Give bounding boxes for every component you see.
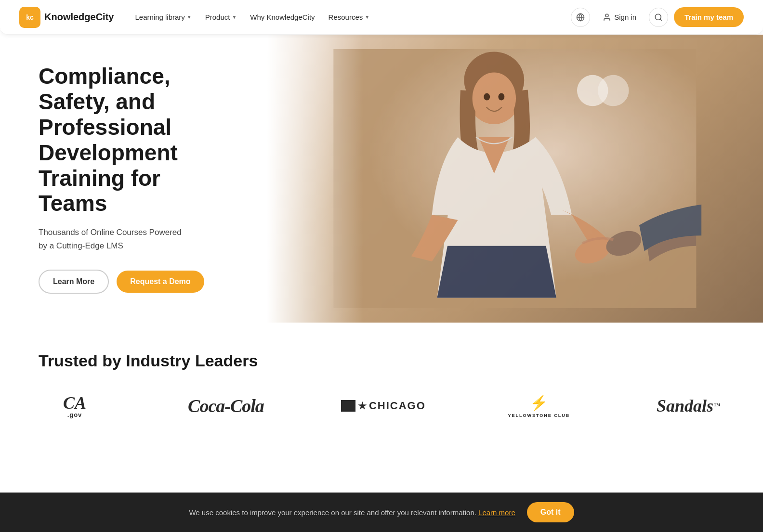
user-icon [603, 13, 611, 22]
svg-point-1 [605, 14, 608, 17]
hero-fade-overlay [267, 35, 363, 323]
nav-item-product[interactable]: Product ▼ [199, 9, 243, 25]
hero-buttons: Learn More Request a Demo [39, 270, 231, 294]
hero-illustration [316, 49, 713, 308]
svg-point-9 [484, 93, 490, 100]
train-my-team-button[interactable]: Train my team [674, 7, 744, 27]
brand-name: KnowledgeCity [44, 12, 114, 23]
logo-icon: kc [19, 7, 40, 28]
logo-link[interactable]: kc KnowledgeCity [19, 7, 114, 28]
search-icon [654, 13, 663, 22]
nav-item-why-knowledgecity[interactable]: Why KnowledgeCity [244, 9, 320, 25]
nav-item-resources[interactable]: Resources ▼ [323, 9, 376, 25]
logo-yellowstone-club: ⚡ YELLOWSTONE CLUB [503, 394, 575, 418]
logos-row: CA .gov Coca-Cola ★ CHICAGO ⚡ YELLOWSTON… [39, 394, 724, 418]
chevron-down-icon: ▼ [232, 14, 237, 20]
navbar: kc KnowledgeCity Learning library ▼ Prod… [0, 0, 763, 35]
hero-image-area [267, 35, 763, 323]
chevron-down-icon: ▼ [187, 14, 192, 20]
globe-button[interactable] [571, 8, 590, 27]
request-demo-button[interactable]: Request a Demo [117, 271, 204, 293]
hero-content: Compliance, Safety, and Professional Dev… [0, 35, 270, 323]
trusted-title: Trusted by Industry Leaders [39, 351, 724, 370]
svg-point-5 [598, 75, 629, 106]
sign-in-link[interactable]: Sign in [596, 9, 643, 26]
svg-point-2 [655, 14, 661, 20]
learn-more-button[interactable]: Learn More [39, 270, 109, 294]
navbar-actions: Sign in Train my team [571, 7, 744, 27]
logo-ca-gov: CA .gov [39, 394, 111, 418]
hero-title: Compliance, Safety, and Professional Dev… [39, 64, 231, 216]
hero-subtitle: Thousands of Online Courses Powered by a… [39, 226, 231, 252]
search-button[interactable] [649, 8, 668, 27]
svg-point-8 [473, 72, 516, 124]
chevron-down-icon: ▼ [365, 14, 369, 20]
svg-point-10 [499, 93, 505, 100]
logo-coca-cola: Coca-Cola [188, 395, 264, 416]
trusted-section: Trusted by Industry Leaders CA .gov Coca… [0, 323, 763, 456]
logo-chicago: ★ CHICAGO [341, 400, 426, 412]
nav-item-learning-library[interactable]: Learning library ▼ [129, 9, 197, 25]
hero-section: Compliance, Safety, and Professional Dev… [0, 35, 763, 323]
logo-sandals: Sandals™ [652, 396, 724, 416]
main-nav: Learning library ▼ Product ▼ Why Knowled… [129, 9, 571, 25]
